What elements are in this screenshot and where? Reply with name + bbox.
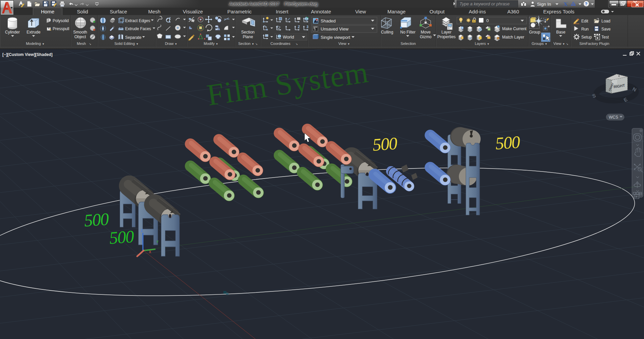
svg-text:Setup: Setup [581,35,592,40]
svg-text:Unsaved View: Unsaved View [321,26,348,31]
svg-text:Test: Test [601,35,609,40]
svg-text:Z: Z [298,25,300,29]
svg-text:500: 500 [84,209,110,230]
svg-text:Move: Move [421,30,431,35]
svg-text:Type a keyword or phrase: Type a keyword or phrase [460,1,509,6]
svg-text:Y: Y [156,240,159,244]
svg-text:Cylinder: Cylinder [5,30,20,35]
svg-text:Separate: Separate [125,35,142,40]
svg-text:Extrude Faces: Extrude Faces [125,26,151,31]
svg-text:Extrude: Extrude [26,30,41,35]
svg-text:500: 500 [109,227,135,248]
svg-text:?: ? [585,1,588,6]
svg-text:Plane: Plane [243,35,253,39]
svg-text:Single viewport: Single viewport [321,35,351,40]
svg-text:[−][Custom View][Shaded]: [−][Custom View][Shaded] [2,52,52,57]
svg-text:Make Current: Make Current [502,26,527,31]
svg-text:X: X [149,250,151,254]
svg-text:No Filter: No Filter [400,30,415,35]
svg-text:0: 0 [486,18,489,23]
svg-text:Sign In: Sign In [537,2,551,7]
svg-text:Culling: Culling [381,30,393,35]
svg-text:World: World [283,35,294,40]
svg-text:Match Layer: Match Layer [502,35,524,40]
svg-text:500: 500 [495,132,521,153]
svg-text:Shaded: Shaded [321,18,336,23]
svg-text:Presspull: Presspull [53,26,69,31]
svg-text:Base: Base [556,30,566,35]
svg-text:x: x [266,27,268,31]
svg-text:Extract Edges: Extract Edges [125,18,150,23]
svg-text:Properties: Properties [437,35,456,39]
svg-text:Z: Z [141,229,143,232]
svg-text:Layer: Layer [441,30,451,35]
svg-text:Load: Load [601,19,610,23]
svg-text:Polysolid: Polysolid [53,18,69,23]
svg-text:500: 500 [372,134,398,154]
svg-text:Save: Save [601,27,611,31]
svg-text:Smooth: Smooth [73,30,87,35]
svg-text:Object: Object [74,35,86,39]
svg-text:WCS: WCS [609,115,618,120]
svg-text:Edit: Edit [581,19,588,23]
svg-text:Group: Group [529,30,540,35]
svg-text:Run: Run [581,27,589,31]
svg-text:Film System: Film System [205,55,370,112]
svg-text:Gizmo: Gizmo [420,35,432,39]
svg-text:X: X [564,1,568,7]
svg-text:3: 3 [307,25,309,29]
svg-text:Section: Section [241,30,255,35]
